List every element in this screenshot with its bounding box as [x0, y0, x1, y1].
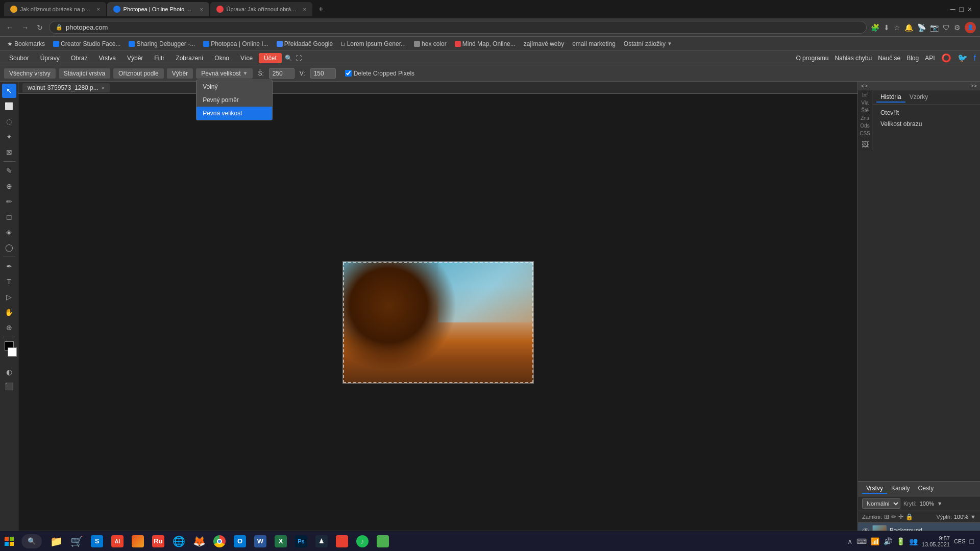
- lock-move-icon[interactable]: ✛: [898, 513, 903, 520]
- channels-tab[interactable]: Kanály: [887, 484, 914, 494]
- menu-blog[interactable]: Blog: [906, 55, 919, 62]
- taskbar-outlook[interactable]: O: [231, 532, 249, 550]
- taskbar-edge[interactable]: 🌐: [169, 532, 188, 550]
- text-tool-btn[interactable]: T: [2, 274, 16, 289]
- reddit-icon[interactable]: ⭕: [941, 53, 951, 63]
- tab1-close[interactable]: ×: [97, 6, 100, 12]
- blend-mode-select[interactable]: Normální: [862, 498, 900, 509]
- address-bar[interactable]: 🔒 photopea.com: [49, 21, 867, 34]
- profile-icon[interactable]: 👤: [965, 22, 976, 33]
- eyedropper-tool-btn[interactable]: ✎: [2, 164, 16, 178]
- taskbar-people-icon[interactable]: 👥: [909, 537, 918, 545]
- taskbar-word[interactable]: W: [251, 532, 270, 550]
- current-layer-btn[interactable]: Stávající vrstva: [59, 68, 110, 79]
- option-pevna-velikost[interactable]: Pevná velikost: [197, 107, 272, 120]
- width-input[interactable]: [269, 68, 295, 79]
- taskbar-search[interactable]: 🔍: [21, 534, 42, 548]
- size-mode-dropdown-btn[interactable]: Pevná velikost ▼: [196, 68, 253, 79]
- quick-mask-btn[interactable]: ◐: [2, 365, 16, 379]
- doc-tab-close[interactable]: ×: [102, 85, 105, 91]
- browser-tab-3[interactable]: Úprava: Jak oříznout obrázek na... ×: [210, 2, 312, 16]
- bookmark-ostatni[interactable]: Ostatní záložky ▼: [621, 39, 675, 48]
- forward-button[interactable]: →: [19, 22, 31, 33]
- taskbar-spotify[interactable]: ♪: [353, 532, 372, 550]
- taskbar-store[interactable]: 🛒: [67, 532, 86, 550]
- all-layers-btn[interactable]: Všechny vrstvy: [4, 68, 56, 79]
- taskbar-file-explorer[interactable]: 📁: [47, 532, 65, 550]
- vzorky-tab[interactable]: Vzorky: [905, 92, 933, 103]
- taskbar-s-app[interactable]: S: [88, 532, 106, 550]
- lock-checkerboard-icon[interactable]: ⊞: [884, 513, 889, 520]
- delete-pixels-check[interactable]: [345, 70, 352, 77]
- facebook-icon[interactable]: f: [974, 54, 976, 63]
- menu-nahlas-chybu[interactable]: Nahlas chybu: [835, 55, 872, 62]
- fullscreen-icon[interactable]: ⛶: [296, 55, 302, 62]
- full-screen-btn[interactable]: ⬛: [2, 379, 16, 393]
- menu-o-programu[interactable]: O programu: [796, 55, 828, 62]
- bookmark-prekladac[interactable]: Překladač Google: [274, 39, 336, 48]
- hand-tool-btn[interactable]: ✋: [2, 305, 16, 319]
- brush-tool-btn[interactable]: ✏: [2, 194, 16, 209]
- taskbar-firefox[interactable]: 🦊: [190, 532, 208, 550]
- taskbar-other1[interactable]: [333, 532, 351, 550]
- menu-ucet[interactable]: Účet: [259, 53, 282, 63]
- downloads-icon[interactable]: ⬇: [884, 23, 890, 32]
- option-pevny-pomer[interactable]: Pevný poměr: [197, 93, 272, 107]
- taskbar-ru[interactable]: Ru: [149, 532, 167, 550]
- bookmark-creator-studio[interactable]: Creator Studio Face...: [50, 39, 124, 48]
- opacity-arrow[interactable]: ▼: [937, 500, 943, 507]
- menu-api[interactable]: API: [925, 55, 935, 62]
- selection-btn[interactable]: Výběr: [167, 68, 193, 79]
- history-tab[interactable]: História: [876, 92, 905, 103]
- option-volny[interactable]: Volný: [197, 80, 272, 93]
- taskbar-excel[interactable]: X: [272, 532, 290, 550]
- taskbar-adobe[interactable]: Ai: [108, 532, 127, 550]
- delete-pixels-checkbox[interactable]: Delete Cropped Pixels: [345, 70, 414, 77]
- taskbar-steam[interactable]: ♟: [312, 532, 331, 550]
- search-icon-app[interactable]: 🔍: [285, 55, 292, 62]
- menu-vyber[interactable]: Výběr: [122, 53, 148, 63]
- expand-btn[interactable]: >>: [970, 83, 977, 89]
- menu-filtr[interactable]: Filtr: [149, 53, 169, 63]
- fill-arrow[interactable]: ▼: [970, 514, 976, 520]
- rss-icon[interactable]: 📡: [917, 23, 926, 32]
- lock-lock-icon[interactable]: 🔒: [905, 513, 913, 520]
- menu-nauc-se[interactable]: Nauč se: [878, 55, 900, 62]
- taskbar-other2[interactable]: [374, 532, 392, 550]
- zoom-tool-btn[interactable]: ⊕: [2, 320, 16, 335]
- menu-vrstva[interactable]: Vrstva: [93, 53, 121, 63]
- menu-upravy[interactable]: Úpravy: [35, 53, 65, 63]
- side-image-icon[interactable]: 🖼: [862, 140, 869, 148]
- menu-okno[interactable]: Okno: [209, 53, 234, 63]
- crop-by-btn[interactable]: Oříznout podle: [113, 68, 164, 79]
- taskbar-photoshop[interactable]: Ps: [292, 532, 310, 550]
- background-color[interactable]: [8, 347, 17, 357]
- extensions-icon[interactable]: 🧩: [871, 23, 879, 32]
- taskbar-tiger[interactable]: [129, 532, 147, 550]
- healing-tool-btn[interactable]: ⊕: [2, 179, 16, 193]
- taskbar-chrome[interactable]: [210, 532, 229, 550]
- pen-tool-btn[interactable]: ✒: [2, 259, 16, 273]
- browser-tab-2[interactable]: Photopea | Online Photo Editor ×: [107, 2, 209, 16]
- path-tool-btn[interactable]: ▷: [2, 290, 16, 304]
- favorites-icon[interactable]: ☆: [894, 23, 900, 32]
- menu-zobrazeni[interactable]: Zobrazení: [170, 53, 208, 63]
- marquee-tool-btn[interactable]: ⬜: [2, 99, 16, 113]
- menu-obraz[interactable]: Obraz: [66, 53, 93, 63]
- doc-tab-walnut[interactable]: walnut-3759573_1280.p... ×: [22, 83, 110, 92]
- height-input[interactable]: [310, 68, 336, 79]
- dodge-tool-btn[interactable]: ◯: [2, 240, 16, 255]
- settings-icon[interactable]: ⚙: [954, 23, 961, 32]
- window-close[interactable]: ×: [968, 5, 972, 13]
- lasso-tool-btn[interactable]: ◌: [2, 114, 16, 129]
- select-tool-btn[interactable]: ↖: [2, 84, 16, 98]
- taskbar-chevron-up[interactable]: ∧: [847, 537, 852, 545]
- bookmark-mindmap[interactable]: Mind Map, Online...: [452, 39, 519, 48]
- back-button[interactable]: ←: [4, 22, 15, 33]
- history-item-velikost[interactable]: Velikost obrazu: [876, 118, 976, 130]
- canvas-area[interactable]: [18, 94, 857, 551]
- menu-vice[interactable]: Více: [235, 53, 258, 63]
- taskbar-time-area[interactable]: 9:57 13.05.2021: [922, 535, 950, 547]
- camera-icon[interactable]: 📷: [930, 23, 939, 32]
- bookmark-email[interactable]: email marketing: [569, 39, 619, 48]
